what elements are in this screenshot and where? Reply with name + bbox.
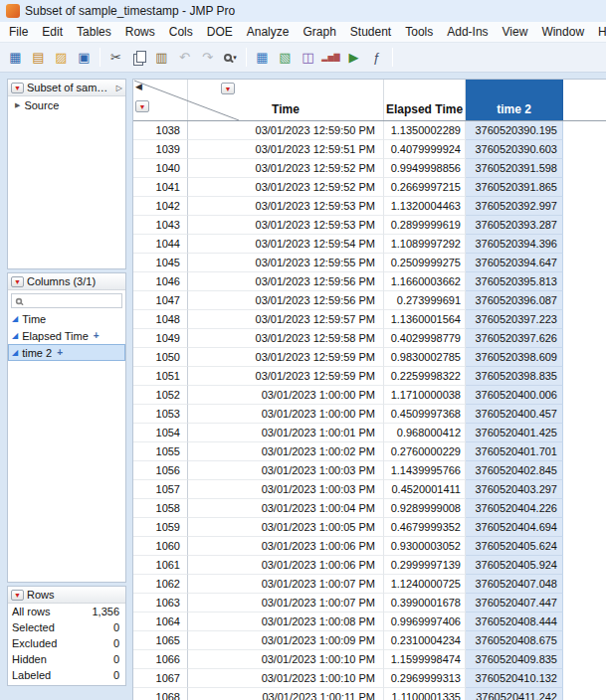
menu-add-ins[interactable]: Add-Ins [440,23,495,41]
data-cell-time[interactable]: 03/01/2023 1:00:04 PM [188,499,384,518]
menu-analyze[interactable]: Analyze [240,23,297,41]
data-cell-elapsed[interactable]: 0.2899999619 [384,216,466,235]
data-cell-time[interactable]: 03/01/2023 1:00:06 PM [188,537,384,556]
rows-stat-hidden[interactable]: Hidden0 [8,651,125,667]
save-icon[interactable]: ▣ [74,47,95,68]
data-cell-elapsed[interactable]: 0.9969997406 [384,612,466,631]
data-cell-time[interactable]: 03/01/2023 12:59:59 PM [188,348,384,367]
data-cell-time2[interactable]: 3760520401.425 [466,424,563,442]
data-cell-time[interactable]: 03/01/2023 1:00:00 PM [188,386,384,405]
data-cell-time[interactable]: 03/01/2023 12:59:57 PM [188,310,384,329]
row-number-cell[interactable]: 1065 [133,631,188,650]
graph-builder-icon[interactable]: ▂▅▇ [320,47,341,68]
data-cell-time[interactable]: 03/01/2023 1:00:07 PM [188,594,384,612]
column-item-time[interactable]: ◢Time [8,310,125,327]
data-cell-time[interactable]: 03/01/2023 12:59:59 PM [188,367,384,386]
data-cell-elapsed[interactable]: 1.1100001335 [384,688,466,700]
data-cell-elapsed[interactable]: 1.1439995766 [384,461,466,480]
data-cell-time[interactable]: 03/01/2023 1:00:05 PM [188,518,384,537]
data-cell-time[interactable]: 03/01/2023 1:00:10 PM [188,669,384,688]
row-number-cell[interactable]: 1046 [133,272,188,291]
columns-search[interactable] [11,293,122,308]
row-number-cell[interactable]: 1038 [133,121,188,140]
formula-icon[interactable]: ƒ [366,47,387,68]
data-cell-time[interactable]: 03/01/2023 1:00:11 PM [188,688,384,700]
data-cell-time[interactable]: 03/01/2023 12:59:51 PM [188,140,384,159]
data-cell-time[interactable]: 03/01/2023 12:59:52 PM [188,178,384,197]
data-cell-time2[interactable]: 3760520400.006 [466,386,563,405]
data-cell-time2[interactable]: 3760520395.813 [466,272,563,291]
column-header-time-2[interactable]: time 2 [466,80,563,120]
data-cell-time[interactable]: 03/01/2023 1:00:08 PM [188,612,384,631]
data-cell-elapsed[interactable]: 0.2509999275 [384,254,466,272]
new-journal-icon[interactable]: ▤ [28,47,49,68]
data-cell-elapsed[interactable]: 0.2969999313 [384,669,466,688]
rows-menu-button[interactable]: ▼ [135,100,149,112]
data-cell-elapsed[interactable]: 0.3990001678 [384,594,466,612]
row-number-cell[interactable]: 1062 [133,575,188,594]
menu-student[interactable]: Student [343,23,398,41]
data-cell-time2[interactable]: 3760520398.835 [466,367,563,386]
row-number-cell[interactable]: 1068 [133,688,188,700]
menu-edit[interactable]: Edit [35,23,70,41]
data-cell-elapsed[interactable]: 0.273999691 [384,291,466,310]
data-cell-time2[interactable]: 3760520405.624 [466,537,563,556]
copy-icon[interactable] [128,47,149,68]
menu-graph[interactable]: Graph [296,23,342,41]
column-item-elapsed-time[interactable]: ◢Elapsed Time+ [8,327,125,344]
run-script-icon[interactable]: ▶ [343,47,364,68]
row-number-cell[interactable]: 1052 [133,386,188,405]
row-number-cell[interactable]: 1049 [133,329,188,348]
data-cell-time[interactable]: 03/01/2023 12:59:52 PM [188,159,384,178]
row-number-cell[interactable]: 1055 [133,442,188,461]
column-switcher-icon[interactable]: ◫ [298,47,318,68]
menu-view[interactable]: View [496,23,535,41]
row-number-cell[interactable]: 1058 [133,499,188,518]
column-header-time[interactable]: Time [188,80,384,120]
data-cell-time2[interactable]: 3760520410.132 [466,669,563,688]
data-cell-elapsed[interactable]: 0.968000412 [384,424,466,442]
row-number-cell[interactable]: 1047 [133,291,188,310]
data-cell-elapsed[interactable]: 1.1240000725 [384,575,466,594]
data-table-icon[interactable]: ▦ [252,47,273,68]
row-number-cell[interactable]: 1060 [133,537,188,556]
menu-tools[interactable]: Tools [398,23,440,41]
data-cell-elapsed[interactable]: 0.4079999924 [384,140,466,159]
rows-red-triangle-button[interactable]: ▼ [11,590,24,601]
rows-stat-selected[interactable]: Selected0 [8,619,125,635]
row-number-cell[interactable]: 1048 [133,310,188,329]
jmp-logo-icon[interactable] [6,4,20,18]
data-cell-elapsed[interactable]: 1.1360001564 [384,310,466,329]
data-cell-time[interactable]: 03/01/2023 12:59:53 PM [188,216,384,235]
data-cell-elapsed[interactable]: 0.2669997215 [384,178,466,197]
row-number-cell[interactable]: 1059 [133,518,188,537]
menu-window[interactable]: Window [534,23,591,41]
row-number-cell[interactable]: 1061 [133,556,188,575]
menu-rows[interactable]: Rows [118,23,162,41]
data-cell-time2[interactable]: 3760520402.845 [466,461,563,480]
row-number-cell[interactable]: 1051 [133,367,188,386]
collapse-sidebar-icon[interactable]: ◀ [135,82,142,91]
undo-icon[interactable]: ↶ [174,47,195,68]
data-cell-time2[interactable]: 3760520409.835 [466,650,563,669]
data-cell-elapsed[interactable]: 0.4679999352 [384,518,466,537]
data-cell-time2[interactable]: 3760520390.603 [466,140,563,159]
row-number-cell[interactable]: 1053 [133,405,188,424]
row-number-cell[interactable]: 1043 [133,216,188,235]
row-number-cell[interactable]: 1067 [133,669,188,688]
data-cell-elapsed[interactable]: 1.1320004463 [384,197,466,216]
data-cell-elapsed[interactable]: 0.9289999008 [384,499,466,518]
row-number-cell[interactable]: 1057 [133,480,188,499]
data-cell-time2[interactable]: 3760520405.924 [466,556,563,575]
row-number-cell[interactable]: 1050 [133,348,188,367]
data-cell-time[interactable]: 03/01/2023 1:00:03 PM [188,480,384,499]
data-cell-time[interactable]: 03/01/2023 1:00:03 PM [188,461,384,480]
data-cell-elapsed[interactable]: 0.2999997139 [384,556,466,575]
data-cell-elapsed[interactable]: 0.4029998779 [384,329,466,348]
summary-icon[interactable]: ▧ [275,47,296,68]
rows-stat-labeled[interactable]: Labeled0 [8,667,125,683]
data-cell-time2[interactable]: 3760520397.223 [466,310,563,329]
menu-cols[interactable]: Cols [162,23,200,41]
zoom-icon[interactable]: ▾ [220,47,241,68]
data-cell-time2[interactable]: 3760520407.447 [466,594,563,612]
